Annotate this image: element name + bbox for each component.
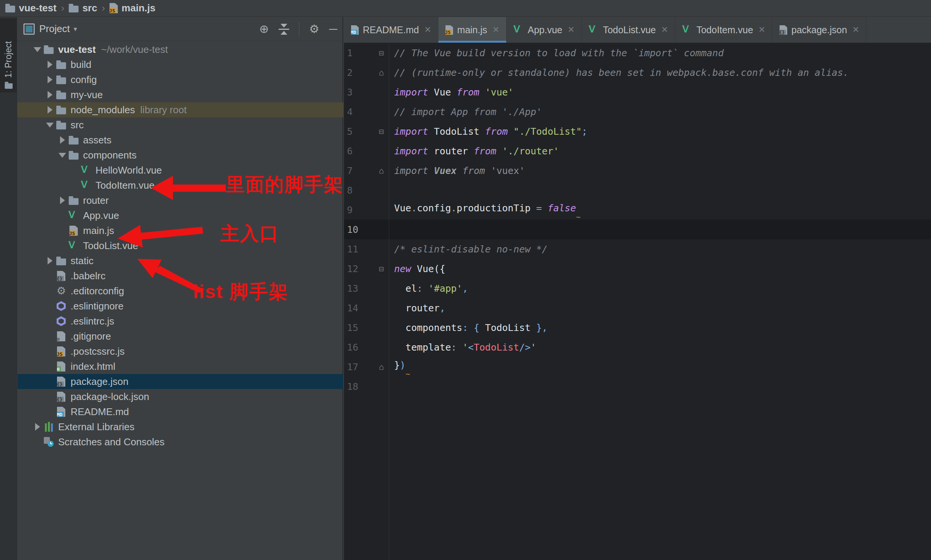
tree-item[interactable]: config	[17, 72, 343, 87]
line-number[interactable]: 16	[347, 342, 370, 353]
expand-arrow-icon[interactable]	[45, 76, 55, 83]
tree-item[interactable]: components	[17, 148, 343, 163]
expand-arrow-icon[interactable]	[45, 61, 55, 68]
tree-item[interactable]: node_moduleslibrary root	[17, 102, 343, 117]
line-number[interactable]: 4	[347, 106, 370, 117]
close-icon[interactable]: ✕	[492, 25, 499, 35]
code-line[interactable]: 7⌂import Vuex from 'vuex'	[344, 161, 931, 180]
expand-arrow-icon[interactable]	[45, 257, 55, 265]
line-number[interactable]: 14	[347, 303, 370, 314]
line-number[interactable]: 1	[347, 48, 370, 58]
expand-arrow-icon[interactable]	[45, 106, 55, 114]
code-line[interactable]: 9Vue.config.productionTip = false~	[344, 200, 931, 220]
tree-item[interactable]: External Libraries	[17, 419, 343, 434]
line-number[interactable]: 18	[347, 381, 370, 392]
expand-arrow-icon[interactable]	[57, 197, 67, 204]
fold-marker-icon[interactable]: ⌂	[376, 362, 386, 372]
gear-icon[interactable]: ⚙	[309, 23, 319, 35]
fold-marker-icon[interactable]: ⊟	[376, 48, 386, 58]
tree-item[interactable]: {}.babelrc	[17, 268, 343, 283]
tree-item[interactable]: ⊘.gitignore	[17, 329, 343, 344]
editor-tab-todoitem-vue[interactable]: TodoItem.vue✕	[675, 17, 773, 43]
line-number[interactable]: 5	[347, 126, 370, 137]
line-number[interactable]: 2	[347, 67, 370, 78]
editor-tab-readme-md[interactable]: MDREADME.md✕	[344, 17, 438, 43]
code-line[interactable]: 17⌂})~	[344, 357, 931, 377]
tree-item[interactable]: {}package-lock.json	[17, 389, 343, 404]
project-tool-window-button[interactable]: 1: Project	[0, 18, 17, 92]
close-icon[interactable]: ✕	[567, 25, 574, 35]
code-line[interactable]: 15 components: { TodoList },	[344, 318, 931, 337]
tree-item[interactable]: {}package.json	[17, 374, 343, 389]
code-editor[interactable]: 1⊟// The Vue build version to load with …	[344, 43, 931, 560]
line-number[interactable]: 9	[347, 205, 370, 215]
fold-marker-icon[interactable]: ⌂	[376, 166, 386, 175]
line-number[interactable]: 8	[347, 185, 370, 196]
expand-arrow-icon[interactable]	[57, 136, 67, 144]
code-line[interactable]: 14 router,	[344, 298, 931, 318]
code-line[interactable]: 11/* eslint-disable no-new */	[344, 239, 931, 259]
chevron-down-icon[interactable]: ▾	[74, 25, 77, 33]
tree-item[interactable]: src	[17, 117, 343, 132]
code-line[interactable]: 1⊟// The Vue build version to load with …	[344, 43, 931, 63]
code-line[interactable]: 4// import App from './App'	[344, 102, 931, 122]
fold-marker-icon[interactable]: ⊟	[376, 127, 386, 136]
close-icon[interactable]: ✕	[424, 25, 431, 35]
tree-item[interactable]: App.vue	[17, 208, 343, 223]
breadcrumb-item[interactable]: src	[69, 2, 97, 14]
project-panel-header[interactable]: Project ▾ ⊕ ⚙ ─	[17, 17, 342, 41]
tree-item[interactable]: TodoList.vue	[17, 238, 343, 253]
editor-tab-todolist-vue[interactable]: TodoList.vue✕	[582, 17, 675, 43]
tree-item[interactable]: my-vue	[17, 87, 343, 102]
code-line[interactable]: 8	[344, 180, 931, 200]
tree-item[interactable]: ⚙.editorconfig	[17, 283, 343, 298]
code-line[interactable]: 18	[344, 377, 931, 396]
code-line[interactable]: 10	[344, 220, 931, 239]
locate-file-icon[interactable]: ⊕	[259, 23, 269, 35]
breadcrumb-item[interactable]: vue-test	[5, 2, 57, 14]
collapse-arrow-icon[interactable]	[57, 153, 67, 158]
expand-arrow-icon[interactable]	[45, 91, 55, 98]
line-number[interactable]: 17	[347, 362, 370, 372]
tree-item[interactable]: .eslintignore	[17, 298, 343, 314]
tree-item[interactable]: assets	[17, 132, 343, 148]
editor-tab-package-json[interactable]: {}package.json✕	[772, 17, 866, 43]
tree-item[interactable]: .eslintrc.js	[17, 314, 343, 329]
tree-item[interactable]: MDREADME.md	[17, 404, 343, 419]
line-number[interactable]: 10	[347, 224, 370, 235]
code-line[interactable]: 2⌂// (runtime-only or standalone) has be…	[344, 63, 931, 82]
line-number[interactable]: 13	[347, 283, 370, 294]
tree-item[interactable]: Hindex.html	[17, 359, 343, 374]
editor-tab-app-vue[interactable]: App.vue✕	[507, 17, 582, 43]
breadcrumb-item[interactable]: JSmain.js	[109, 2, 156, 14]
tree-item[interactable]: JS.postcssrc.js	[17, 344, 343, 359]
code-line[interactable]: 12⊟new Vue({	[344, 259, 931, 278]
collapse-all-icon[interactable]	[279, 24, 289, 35]
tree-item[interactable]: Scratches and Consoles	[17, 434, 343, 449]
tree-item[interactable]: static	[17, 253, 343, 268]
line-number[interactable]: 15	[347, 322, 370, 333]
close-icon[interactable]: ✕	[661, 25, 668, 35]
editor-tab-main-js[interactable]: JSmain.js✕	[438, 17, 507, 43]
line-number[interactable]: 7	[347, 165, 370, 176]
line-number[interactable]: 6	[347, 146, 370, 157]
fold-marker-icon[interactable]: ⊟	[376, 264, 386, 274]
code-line[interactable]: 6import router from './router'	[344, 141, 931, 161]
code-line[interactable]: 5⊟import TodoList from "./TodoList";	[344, 122, 931, 141]
line-number[interactable]: 12	[347, 263, 370, 274]
tree-item[interactable]: vue-test~/work/vue-test	[17, 42, 343, 57]
line-number[interactable]: 11	[347, 244, 370, 255]
tree-item[interactable]: JSmain.js	[17, 223, 343, 238]
collapse-arrow-icon[interactable]	[32, 47, 42, 52]
code-line[interactable]: 16 template: '<TodoList/>'	[344, 337, 931, 357]
fold-marker-icon[interactable]: ⌂	[376, 68, 386, 77]
close-icon[interactable]: ✕	[758, 25, 765, 35]
code-line[interactable]: 3import Vue from 'vue'	[344, 82, 931, 102]
line-number[interactable]: 3	[347, 87, 370, 98]
close-icon[interactable]: ✕	[852, 25, 859, 35]
collapse-arrow-icon[interactable]	[45, 123, 55, 128]
tree-item[interactable]: build	[17, 57, 343, 72]
hide-panel-icon[interactable]: ─	[329, 23, 337, 35]
expand-arrow-icon[interactable]	[32, 423, 42, 431]
code-line[interactable]: 13 el: '#app',	[344, 278, 931, 298]
